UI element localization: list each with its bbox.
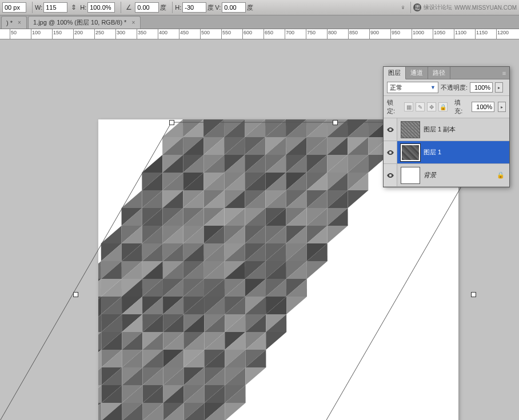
width-input[interactable] xyxy=(43,2,67,13)
angle-input[interactable] xyxy=(135,2,159,13)
layer-thumbnail[interactable] xyxy=(401,144,420,161)
warp-icon[interactable]: ♀ xyxy=(398,2,408,13)
blend-opacity-row: 正常 ▼ 不透明度: ▸ xyxy=(384,79,509,96)
opacity-label: 不透明度: xyxy=(441,83,468,92)
chevron-down-icon: ▼ xyxy=(430,85,436,90)
x-input[interactable] xyxy=(2,2,26,13)
tab-label: 1.jpg @ 100% (图层 10, RGB/8) * xyxy=(33,18,126,27)
close-icon[interactable]: × xyxy=(16,19,23,26)
horizontal-ruler[interactable]: 0501001502002503003504004505005506006507… xyxy=(0,29,519,39)
lock-icons: ▦ ✎ ✥ 🔒 xyxy=(404,102,448,111)
layer-item-background[interactable]: 背景 🔒 xyxy=(384,164,509,187)
h-label: H: xyxy=(80,4,86,11)
skew-h-input[interactable] xyxy=(182,2,206,13)
transform-handle-mr[interactable] xyxy=(471,292,476,297)
transform-handle-tl[interactable] xyxy=(169,120,174,125)
visibility-toggle[interactable] xyxy=(384,118,397,141)
layer-thumbnail[interactable] xyxy=(401,121,420,138)
eye-icon xyxy=(386,149,394,157)
watermark-url: WWW.MISSYUAN.COM xyxy=(454,5,517,11)
skew-h-unit: 度 xyxy=(207,3,214,12)
skew-v-unit: 度 xyxy=(247,3,253,12)
panel-menu-icon[interactable]: ≡ xyxy=(499,67,509,79)
logo-icon: 思 xyxy=(413,3,421,11)
divider xyxy=(172,2,173,13)
lock-fill-row: 锁定: ▦ ✎ ✥ 🔒 填充: ▸ xyxy=(384,96,509,118)
visibility-toggle[interactable] xyxy=(384,141,397,163)
tab-document-2[interactable]: 1.jpg @ 100% (图层 10, RGB/8) * × xyxy=(28,16,141,29)
options-bar: W: ⇕ H: ∠ 度 H: 度 V: 度 ♀ 思 缘设计论坛 WWW.MISS… xyxy=(0,0,519,15)
layer-item[interactable]: 图层 1 xyxy=(384,141,509,164)
skew-v-input[interactable] xyxy=(222,2,246,13)
divider xyxy=(121,2,121,13)
angle-unit: 度 xyxy=(160,3,166,12)
layer-item[interactable]: 图层 1 副本 xyxy=(384,118,509,141)
transform-handle-ml[interactable] xyxy=(73,292,78,297)
eye-icon xyxy=(386,171,394,179)
tab-document-1[interactable]: ) * × xyxy=(1,16,27,29)
divider xyxy=(32,2,33,13)
skew-h-label: H: xyxy=(175,4,181,11)
layer-list: 图层 1 副本 图层 1 背景 🔒 xyxy=(384,118,509,187)
lock-all-icon[interactable]: 🔒 xyxy=(438,102,448,111)
layer-thumbnail[interactable] xyxy=(401,167,420,184)
blend-mode-select[interactable]: 正常 ▼ xyxy=(387,82,438,93)
layer-name[interactable]: 图层 1 副本 xyxy=(424,125,456,134)
visibility-toggle[interactable] xyxy=(384,164,397,186)
tab-label: ) * xyxy=(6,19,13,26)
lock-position-icon[interactable]: ✥ xyxy=(427,102,436,111)
layer-name[interactable]: 背景 xyxy=(424,171,436,179)
height-input[interactable] xyxy=(87,2,115,13)
divider xyxy=(410,2,411,13)
tab-channels[interactable]: 通道 xyxy=(406,67,428,79)
lock-pixels-icon[interactable]: ✎ xyxy=(416,102,425,111)
transform-handle-tm[interactable] xyxy=(333,120,338,125)
skew-v-label: V: xyxy=(215,4,221,11)
tab-layers[interactable]: 图层 xyxy=(384,67,406,79)
watermark-text: 缘设计论坛 xyxy=(424,3,452,11)
watermark: 思 缘设计论坛 WWW.MISSYUAN.COM xyxy=(413,3,517,11)
opacity-flyout-icon[interactable]: ▸ xyxy=(495,82,503,93)
tab-paths[interactable]: 路径 xyxy=(428,67,450,79)
lock-transparency-icon[interactable]: ▦ xyxy=(404,102,413,111)
angle-icon: ∠ xyxy=(123,2,134,13)
layer-name[interactable]: 图层 1 xyxy=(424,148,441,157)
close-icon[interactable]: × xyxy=(130,19,137,26)
panel-tabs: 图层 通道 路径 ≡ xyxy=(384,67,509,79)
fill-flyout-icon[interactable]: ▸ xyxy=(498,102,506,112)
lock-label: 锁定: xyxy=(387,98,401,115)
w-label: W: xyxy=(35,4,42,11)
eye-icon xyxy=(386,126,394,134)
opacity-input[interactable] xyxy=(470,82,493,93)
fill-input[interactable] xyxy=(472,102,494,112)
layers-panel[interactable]: 图层 通道 路径 ≡ 正常 ▼ 不透明度: ▸ 锁定: ▦ ✎ ✥ 🔒 填充: … xyxy=(383,66,510,187)
lock-icon: 🔒 xyxy=(497,171,505,179)
document-tabs: ) * × 1.jpg @ 100% (图层 10, RGB/8) * × xyxy=(0,15,519,29)
fill-label: 填充: xyxy=(454,98,468,115)
blend-mode-value: 正常 xyxy=(390,83,402,92)
link-icon[interactable]: ⇕ xyxy=(69,2,79,13)
